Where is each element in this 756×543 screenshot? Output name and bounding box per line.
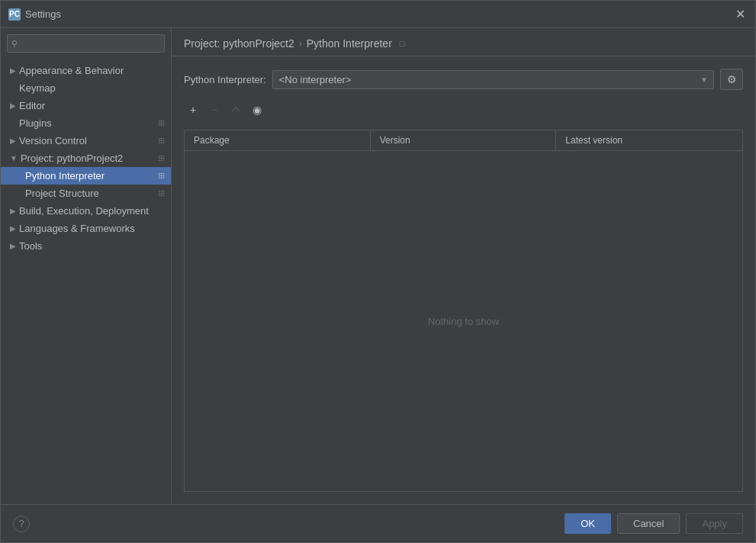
plugin-icon: ⊞ <box>158 118 165 128</box>
breadcrumb-project: Project: pythonProject2 <box>184 37 294 50</box>
sidebar-item-languages[interactable]: ▶ Languages & Frameworks <box>1 220 171 237</box>
interpreter-row: Python Interpreter: <No interpreter> ▼ ⚙ <box>184 69 743 90</box>
search-icon: ⚲ <box>11 39 18 49</box>
sidebar-item-python-interpreter[interactable]: Python Interpreter ⊞ <box>1 167 171 185</box>
footer: ? OK Cancel Apply <box>1 504 755 542</box>
title-bar-title: Settings <box>25 8 61 20</box>
panel-body: Python Interpreter: <No interpreter> ▼ ⚙… <box>172 56 755 504</box>
empty-message: Nothing to show <box>428 316 499 327</box>
apply-button[interactable]: Apply <box>686 513 743 534</box>
move-up-icon <box>230 104 241 115</box>
search-input[interactable] <box>7 34 165 53</box>
chevron-right-icon: ▶ <box>10 137 16 145</box>
sidebar: ⚲ ▶ Appearance & Behavior Keymap ▶ Edito… <box>1 28 172 504</box>
add-package-button[interactable]: + <box>184 101 202 119</box>
sidebar-item-tools[interactable]: ▶ Tools <box>1 237 171 255</box>
footer-left: ? <box>13 516 30 532</box>
move-up-button[interactable] <box>227 101 245 119</box>
close-button[interactable]: ✕ <box>732 7 748 22</box>
module-icon: ⊞ <box>158 188 165 198</box>
sidebar-item-appearance[interactable]: ▶ Appearance & Behavior <box>1 62 171 79</box>
title-bar-left: PC Settings <box>8 8 61 21</box>
module-icon: ⊞ <box>158 171 165 181</box>
sidebar-item-keymap[interactable]: Keymap <box>1 79 171 97</box>
col-package: Package <box>185 130 371 150</box>
chevron-right-icon: ▶ <box>10 66 16 75</box>
packages-table: Package Version Latest version Nothing t… <box>184 130 743 492</box>
main-panel: Project: pythonProject2 › Python Interpr… <box>172 28 755 504</box>
app-icon: PC <box>8 8 21 21</box>
sidebar-item-version-control[interactable]: ▶ Version Control ⊞ <box>1 132 171 149</box>
breadcrumb-icon: □ <box>400 39 405 48</box>
sidebar-item-editor[interactable]: ▶ Editor <box>1 97 171 114</box>
main-content: ⚲ ▶ Appearance & Behavior Keymap ▶ Edito… <box>1 28 755 504</box>
chevron-right-icon: ▶ <box>10 207 16 215</box>
search-box: ⚲ <box>7 34 165 53</box>
chevron-right-icon: ▶ <box>10 101 16 110</box>
footer-right: OK Cancel Apply <box>565 513 743 534</box>
sidebar-item-build[interactable]: ▶ Build, Execution, Deployment <box>1 202 171 220</box>
title-bar: PC Settings ✕ <box>1 1 755 28</box>
panel-header: Project: pythonProject2 › Python Interpr… <box>172 28 755 56</box>
col-version: Version <box>371 130 557 150</box>
chevron-right-icon: ▶ <box>10 242 16 250</box>
breadcrumb-current: Python Interpreter <box>307 37 392 50</box>
packages-toolbar: + − ◉ <box>184 99 743 120</box>
interpreter-select-wrapper: <No interpreter> ▼ <box>272 70 714 89</box>
chevron-right-icon: ▶ <box>10 224 16 233</box>
show-details-button[interactable]: ◉ <box>248 101 266 119</box>
help-button[interactable]: ? <box>13 516 30 532</box>
remove-package-button[interactable]: − <box>205 101 224 119</box>
sidebar-item-project-structure[interactable]: Project Structure ⊞ <box>1 185 171 202</box>
sidebar-item-plugins[interactable]: Plugins ⊞ <box>1 114 171 132</box>
breadcrumb-separator: › <box>299 38 302 49</box>
module-icon: ⊞ <box>158 136 165 146</box>
table-body-empty: Nothing to show <box>185 151 742 491</box>
ok-button[interactable]: OK <box>565 513 611 534</box>
interpreter-gear-button[interactable]: ⚙ <box>720 69 743 90</box>
chevron-down-icon: ▼ <box>10 154 18 162</box>
sidebar-item-project[interactable]: ▼ Project: pythonProject2 ⊞ <box>1 149 171 167</box>
col-latest-version: Latest version <box>556 130 742 150</box>
settings-dialog: PC Settings ✕ ⚲ ▶ Appearance & Behavior … <box>0 0 756 543</box>
table-header: Package Version Latest version <box>185 130 742 151</box>
breadcrumb: Project: pythonProject2 › Python Interpr… <box>184 37 404 50</box>
interpreter-label: Python Interpreter: <box>184 74 266 85</box>
module-icon: ⊞ <box>158 153 165 163</box>
nav-tree: ▶ Appearance & Behavior Keymap ▶ Editor … <box>1 59 171 504</box>
cancel-button[interactable]: Cancel <box>617 513 680 534</box>
interpreter-select[interactable]: <No interpreter> <box>272 70 714 89</box>
